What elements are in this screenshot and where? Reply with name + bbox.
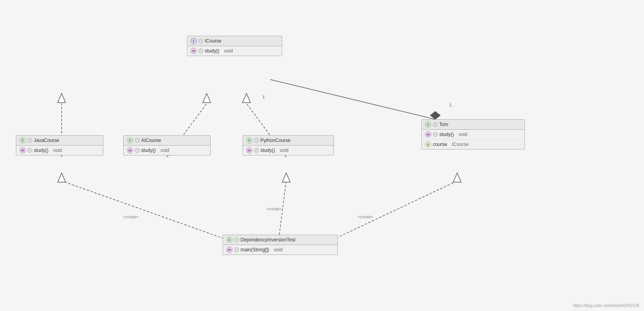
- dit-method-vis: [234, 247, 239, 252]
- aicourse-box: C AICourse m study() void: [123, 135, 211, 156]
- icourse-box: I ICourse m study() void: [187, 36, 282, 56]
- tom-name: Tom: [439, 122, 448, 127]
- javacourse-header: C JavaCourse: [16, 136, 103, 146]
- tom-field-row: p course ICourse: [422, 140, 524, 149]
- javacourse-method-vis: [27, 148, 32, 153]
- javacourse-method-row: m study() void: [16, 146, 103, 155]
- icourse-method-badge: m: [190, 48, 197, 54]
- aicourse-method-vis: [135, 148, 140, 153]
- dit-method-return: void: [274, 247, 283, 253]
- pythoncourse-method-name: study(): [260, 148, 275, 153]
- watermark: https://blog.csdn.net/article/91992128: [573, 303, 639, 308]
- svg-marker-7: [430, 111, 440, 119]
- javacourse-name: JavaCourse: [34, 138, 59, 143]
- tom-field-name: course: [433, 142, 447, 147]
- tom-method-return: void: [459, 132, 467, 137]
- svg-marker-3: [203, 93, 211, 103]
- tom-method-row: m study() void: [422, 130, 524, 140]
- pythoncourse-name: PythonCourse: [260, 138, 291, 143]
- icourse-method-return: void: [224, 48, 233, 54]
- tom-box: C Tom m study() void p course ICourse: [421, 119, 525, 150]
- icourse-name: ICourse: [205, 38, 221, 44]
- pythoncourse-badge: C: [246, 137, 252, 144]
- icourse-visibility: [198, 39, 203, 43]
- tom-method-name: study(): [439, 132, 454, 137]
- icourse-method-name: study(): [205, 48, 219, 54]
- aicourse-method-badge: m: [127, 147, 133, 154]
- dit-badge: C: [226, 237, 233, 243]
- stereotype-create-javacourse: «create»: [123, 215, 139, 219]
- diagram-container: I ICourse m study() void C JavaCourse m …: [0, 0, 644, 311]
- javacourse-method-return: void: [53, 148, 62, 153]
- pythoncourse-method-badge: m: [246, 147, 252, 154]
- svg-marker-5: [242, 93, 250, 103]
- svg-marker-9: [58, 173, 66, 182]
- tom-field-type: ICourse: [452, 142, 469, 147]
- svg-line-8: [62, 181, 246, 247]
- pythoncourse-method-vis: [254, 148, 259, 153]
- icourse-method-row: m study() void: [187, 46, 282, 56]
- javacourse-box: C JavaCourse m study() void: [16, 135, 103, 156]
- svg-marker-13: [453, 173, 461, 182]
- svg-line-12: [318, 181, 457, 247]
- stereotype-create-tom: «create»: [358, 215, 373, 219]
- pythoncourse-method-return: void: [280, 148, 289, 153]
- pythoncourse-method-row: m study() void: [243, 146, 334, 155]
- svg-line-10: [278, 181, 286, 243]
- tom-method-badge: m: [425, 131, 431, 138]
- svg-line-6: [270, 80, 435, 119]
- svg-marker-1: [58, 93, 66, 103]
- diagram-svg: [0, 0, 644, 311]
- dependencyinversiontest-box: C DependencyInversionTest m main(String[…: [223, 235, 338, 255]
- javacourse-badge: C: [19, 137, 26, 144]
- tom-method-vis: [433, 132, 438, 137]
- icourse-header: I ICourse: [187, 36, 282, 46]
- dit-visibility: [234, 237, 239, 242]
- aicourse-method-return: void: [161, 148, 169, 153]
- tom-visibility: [433, 122, 438, 127]
- tom-header: C Tom: [422, 120, 524, 130]
- pythoncourse-visibility: [254, 138, 259, 143]
- tom-field-badge: p: [425, 141, 431, 148]
- multiplicity-1-tom: 1: [449, 103, 452, 107]
- pythoncourse-header: C PythonCourse: [243, 136, 334, 146]
- dit-name: DependencyInversionTest: [241, 237, 295, 243]
- dit-method-badge: m: [226, 247, 233, 253]
- dit-method-name: main(String[]): [241, 247, 269, 253]
- aicourse-name: AICourse: [141, 138, 161, 143]
- aicourse-badge: C: [127, 137, 133, 144]
- javacourse-method-badge: m: [19, 147, 26, 154]
- javacourse-method-name: study(): [34, 148, 48, 153]
- svg-marker-11: [282, 173, 290, 182]
- tom-badge: C: [425, 121, 431, 128]
- multiplicity-1-icourse: 1: [262, 95, 265, 99]
- aicourse-method-row: m study() void: [124, 146, 210, 155]
- aicourse-method-name: study(): [141, 148, 156, 153]
- dit-method-row: m main(String[]) void: [223, 245, 338, 255]
- stereotype-create-pythoncourse: «create»: [266, 207, 282, 211]
- pythoncourse-box: C PythonCourse m study() void: [242, 135, 334, 156]
- aicourse-visibility: [135, 138, 140, 143]
- icourse-badge: I: [190, 38, 197, 44]
- dit-header: C DependencyInversionTest: [223, 235, 338, 245]
- icourse-method-vis: [198, 49, 203, 53]
- aicourse-header: C AICourse: [124, 136, 210, 146]
- javacourse-visibility: [27, 138, 32, 143]
